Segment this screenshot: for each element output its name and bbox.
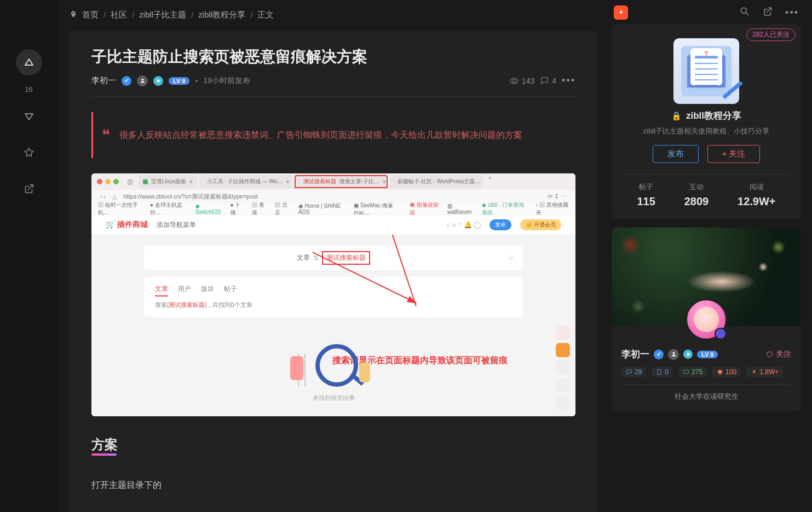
post-title: 子比主题防止搜索页被恶意留痕解决方案 — [91, 46, 575, 67]
search-icon[interactable] — [739, 6, 750, 19]
author-comments-stat[interactable]: 29 — [621, 367, 646, 377]
post-card: 子比主题防止搜索页被恶意留痕解决方案 李初一 ✓ LV 9 • 19小时前发布 … — [70, 30, 597, 512]
lock-icon: 🔒 — [671, 111, 682, 121]
post-time: 19小时前发布 — [203, 76, 250, 86]
vote-down-button[interactable] — [16, 103, 42, 130]
mock-bookmarks-bar: ▥ 临时一次性手机… ● 全球主机监控… ◆ Switch520 ● 十锋 ▥ … — [91, 203, 575, 215]
quote-icon: ❝ — [102, 120, 110, 150]
topic-card: 282人已关注 T 🔒 zibll教程分享 zibll子比主题相关使用教程、小技… — [612, 24, 801, 219]
breadcrumb-board[interactable]: zibll子比主题 — [139, 10, 186, 20]
user-badge-icon — [137, 75, 148, 86]
author-follow-button[interactable]: 关注 — [765, 350, 791, 359]
mock-browser-chrome: ▥ 宝塔Linux面板× 小工具 · 子比插件商城 — Wo…× 测试搜索标题搜… — [91, 173, 575, 190]
chat-icon — [683, 369, 689, 375]
right-sidebar: ••• 282人已关注 T 🔒 zibll教程分享 zibll子比主题相关使用教… — [609, 0, 812, 512]
post-more-menu[interactable]: ••• — [562, 75, 575, 86]
author-card: 李初一 ✓ LV 9 关注 29 — [612, 228, 801, 411]
verified-badge-icon: ✓ — [122, 76, 131, 86]
topic-stat-reads[interactable]: 阅读 12.9W+ — [738, 182, 775, 208]
comments-count[interactable]: 4 — [540, 76, 556, 85]
left-action-bar: 16 — [0, 0, 57, 512]
vote-up-button[interactable] — [16, 49, 42, 75]
paragraph-text: 打开主题目录下的 — [91, 480, 575, 491]
followers-badge: 282人已关注 — [746, 28, 796, 41]
topic-title[interactable]: zibll教程分享 — [686, 109, 741, 122]
mock-page-body: 文章 ⇅ 测试搜索标题 ⌕ 文章 用户 版块 帖子 搜索[测试搜索标题]，共找到… — [91, 235, 575, 416]
breadcrumb-home[interactable]: 首页 — [82, 10, 99, 20]
mock-result-panel: 文章 用户 版块 帖子 搜索[测试搜索标题]，共找到0个文章 — [144, 277, 522, 317]
mock-search-box: 文章 ⇅ 测试搜索标题 ⌕ — [144, 246, 522, 270]
mock-tab: 宝塔Linux面板× — [139, 175, 197, 188]
favorite-button[interactable] — [16, 139, 42, 166]
topic-publish-button[interactable]: 发布 — [653, 145, 699, 163]
location-icon — [70, 10, 77, 20]
document-icon — [656, 369, 663, 375]
window-controls-icon — [97, 177, 122, 187]
breadcrumb-current: 正文 — [257, 10, 274, 20]
user-badge-icon — [668, 349, 679, 360]
heart-icon — [765, 350, 774, 358]
heart-icon — [717, 369, 723, 375]
mock-float-buttons — [556, 325, 570, 410]
breadcrumb-topic[interactable]: zibll教程分享 — [198, 10, 245, 20]
author-cover-image — [612, 228, 801, 326]
topic-description: zibll子比主题相关使用教程、小技巧分享 — [623, 126, 790, 136]
author-level: LV 9 — [697, 351, 718, 358]
topic-avatar-icon: T — [673, 38, 739, 104]
author-files-stat[interactable]: 0 — [652, 367, 673, 377]
author-heat-stat[interactable]: 1.8W+ — [746, 367, 783, 377]
flame-icon[interactable] — [614, 5, 628, 20]
svg-point-3 — [741, 8, 746, 13]
author-bio: 社会大学在读研究生 — [621, 385, 791, 402]
gem-badge-icon — [715, 328, 727, 340]
open-link-icon[interactable] — [762, 6, 773, 19]
author-avatar[interactable] — [686, 299, 727, 340]
comment-icon — [540, 76, 549, 85]
mock-site-nav: 🛒 插件商城 添加导航菜单 ⌕ ◎ ♡ 🔔 ◯ 发布 👑 开通会员 — [91, 215, 575, 235]
mock-tab: 小工具 · 子比插件商城 — Wo…× — [199, 175, 292, 188]
sidebar-toggle-icon: ▥ — [127, 178, 133, 185]
author-threads-stat[interactable]: 275 — [678, 367, 707, 377]
svg-point-4 — [672, 352, 675, 354]
mock-tab-highlighted: 测试搜索标题搜索文章-子比…× — [295, 175, 388, 188]
author-likes-stat[interactable]: 100 — [712, 367, 741, 377]
verified-badge-icon: ✓ — [654, 350, 664, 359]
section-heading: 方案 — [91, 436, 118, 453]
share-button[interactable] — [16, 176, 42, 202]
mock-empty-illustration-icon — [293, 344, 373, 387]
post-quote: ❝ 很多人反映站点经常被恶意搜索违禁词、广告引蜘蛛到页面进行留痕，今天给出几款暂… — [91, 112, 575, 158]
topic-follow-button[interactable]: + 关注 — [707, 145, 761, 163]
mock-tab: 新建帖子-社区 - WordPress主题…× — [390, 175, 483, 188]
svg-point-0 — [141, 79, 143, 81]
topic-stat-posts[interactable]: 帖子 115 — [637, 182, 655, 208]
breadcrumb-community[interactable]: 社区 — [111, 10, 127, 20]
post-meta: 李初一 ✓ LV 9 • 19小时前发布 143 4 — [91, 75, 575, 97]
sidebar-more-menu[interactable]: ••• — [785, 7, 799, 19]
views-count: 143 — [509, 76, 534, 86]
breadcrumb: 首页 / 社区 / zibll子比主题 / zibll教程分享 / 正文 — [57, 4, 609, 30]
author-level: LV 9 — [169, 77, 189, 85]
level-medal-icon — [153, 76, 163, 86]
author-name[interactable]: 李初一 — [621, 348, 649, 360]
level-medal-icon — [683, 350, 693, 359]
vote-count: 16 — [25, 85, 32, 94]
fire-icon — [751, 369, 757, 375]
main-column: 首页 / 社区 / zibll子比主题 / zibll教程分享 / 正文 子比主… — [57, 0, 609, 512]
comment-icon — [626, 369, 632, 375]
post-author[interactable]: 李初一 — [91, 75, 116, 86]
post-image[interactable]: ▥ 宝塔Linux面板× 小工具 · 子比插件商城 — Wo…× 测试搜索标题搜… — [91, 173, 575, 416]
topic-stat-interactions[interactable]: 互动 2809 — [684, 182, 709, 208]
svg-rect-5 — [684, 370, 689, 374]
eye-icon — [509, 76, 519, 86]
